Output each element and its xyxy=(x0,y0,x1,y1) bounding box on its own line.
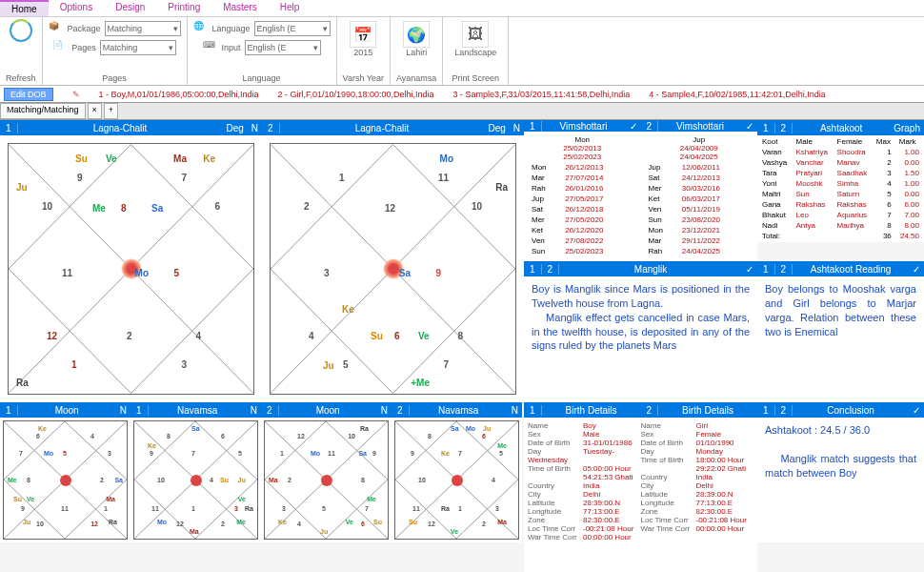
tab-matching[interactable]: Matching/Matching xyxy=(0,103,86,119)
ribbon-language-group: 🌐LanguageEnglish (E ⌨InputEnglish (E Lan… xyxy=(188,17,337,85)
ribbon-refresh-group: Refresh xyxy=(0,17,43,85)
package-select[interactable]: Matching xyxy=(105,21,181,36)
menu-help[interactable]: Help xyxy=(269,0,311,16)
record-1[interactable]: 1 - Boy,M,01/01/1986,05:00:00,Delhi,Indi… xyxy=(99,90,259,99)
year-group-label: Varsh Year xyxy=(343,73,384,83)
landscape-icon: 🖼 xyxy=(462,21,489,48)
mini-nav-1: 1NavamsaN Sa86 Ke975 SuJu104 Ve 1113Ra M… xyxy=(131,402,261,542)
chart-1-n[interactable]: N xyxy=(248,123,262,133)
chart-2-n[interactable]: N xyxy=(510,123,524,133)
pencil-icon[interactable]: ✎ xyxy=(72,90,80,99)
ashta-reading-text: Boy belongs to Mooshak varga and Girl be… xyxy=(757,276,924,402)
chart-2-deg[interactable]: Deg xyxy=(484,123,509,133)
input-label: Input xyxy=(222,43,241,52)
chart-2-container: 2 Lagna-Chalit Deg N Mo 1 11 Ra 12 2 xyxy=(262,120,524,402)
menu-home[interactable]: Home xyxy=(0,0,49,16)
vimshottari-1: Mon 25/02/2013 25/02/2023 Mon26/12/2013M… xyxy=(524,132,641,261)
print-group-label: Print Screen xyxy=(452,73,500,83)
mini-moon-2: 2MoonN Ra1210 1Mo11Sa9 Ma28 Me 357 Ke4Ju… xyxy=(261,402,392,542)
main-area: 1 Lagna-Chalit Deg N Su Ve 9 Ma Ke 7 xyxy=(0,120,924,572)
menu-bar: Home Options Design Printing Masters Hel… xyxy=(0,0,924,17)
ribbon-pages-group: 📦PackageMatching 📄PagesMatching Pages xyxy=(43,17,188,85)
menu-printing[interactable]: Printing xyxy=(156,0,211,16)
check-icon[interactable]: ✓ xyxy=(909,405,924,416)
mini-charts-row: 1MoonN Ke64 Mo573 Me82Sa SuVeMa 9111 Ju1… xyxy=(0,402,524,542)
refresh-label: Refresh xyxy=(6,73,36,83)
graph-button[interactable]: Graph xyxy=(890,123,924,133)
print-button[interactable]: 🖼Landscape xyxy=(449,19,502,59)
edit-dob-button[interactable]: Edit DOB xyxy=(4,88,53,101)
globe-icon: 🌍 xyxy=(403,21,430,48)
vimshottari-2: Jup 24/04/2009 24/04/2025 Jup12/06/2011S… xyxy=(641,132,758,261)
language-icon: 🌐 xyxy=(193,21,209,36)
record-4[interactable]: 4 - Sample4,F,10/02/1985,11:42:01,Delhi,… xyxy=(649,90,826,99)
calendar-icon: 📅 xyxy=(350,21,376,48)
ayan-group-label: Ayanamsa xyxy=(396,73,436,83)
chart-1-container: 1 Lagna-Chalit Deg N Su Ve 9 Ma Ke 7 xyxy=(0,120,262,402)
tab-close[interactable]: × xyxy=(88,103,102,119)
pages-select[interactable]: Matching xyxy=(100,40,176,55)
ribbon-print-group: 🖼Landscape Print Screen xyxy=(443,17,509,85)
check-icon[interactable]: ✓ xyxy=(626,121,641,132)
check-icon[interactable]: ✓ xyxy=(742,264,757,275)
chart-2: Mo 1 11 Ra 12 2 10 3 Sa 9 Ke 4 Su 6 xyxy=(262,135,524,402)
chart-1: Su Ve 9 Ma Ke 7 Ju Me 8 Sa 10 6 11 Mo xyxy=(0,135,262,402)
info-column: 1Vimshottari✓2Vimshottari✓ Mon 25/02/201… xyxy=(524,120,924,572)
pages-group-label: Pages xyxy=(102,73,127,83)
left-column: 1 Lagna-Chalit Deg N Su Ve 9 Ma Ke 7 xyxy=(0,120,524,572)
pages-label: Pages xyxy=(71,43,96,52)
language-group-label: Language xyxy=(243,73,281,83)
manglik-text: Boy is Manglik since Mars is positioned … xyxy=(524,276,757,402)
input-select[interactable]: English (E xyxy=(245,40,321,55)
ribbon-ayan-group: 🌍Lahiri Ayanamsa xyxy=(391,17,443,85)
check-icon[interactable]: ✓ xyxy=(909,264,924,275)
record-2[interactable]: 2 - Girl,F,01/10/1990,18:00:00,Delhi,Ind… xyxy=(277,90,433,99)
check-icon[interactable]: ✓ xyxy=(742,121,757,132)
pages-icon: 📄 xyxy=(52,40,68,55)
menu-design[interactable]: Design xyxy=(104,0,156,16)
ribbon-year-group: 📅2015 Varsh Year xyxy=(337,17,391,85)
ashtakoot-table: KootMaleFemaleMaxMarkVaranKshatriyaShood… xyxy=(757,135,924,242)
conclusion-text: Ashtakoot : 24.5 / 36.0 Manglik match su… xyxy=(757,418,924,542)
package-icon: 📦 xyxy=(49,21,64,36)
mini-moon-1: 1MoonN Ke64 Mo573 Me82Sa SuVeMa 9111 Ju1… xyxy=(0,402,131,542)
chart-2-num: 2 xyxy=(262,123,280,133)
ayan-button[interactable]: 🌍Lahiri xyxy=(397,19,435,59)
birth-details: NameBoySexMaleDate of Birth31-01/01/1986… xyxy=(524,418,757,572)
chart-1-num: 1 xyxy=(0,123,18,133)
records-bar: Edit DOB ✎ 1 - Boy,M,01/01/1986,05:00:00… xyxy=(0,86,924,103)
year-button[interactable]: 📅2015 xyxy=(344,19,382,59)
package-label: Package xyxy=(68,24,101,33)
menu-options[interactable]: Options xyxy=(49,0,104,16)
refresh-icon[interactable] xyxy=(10,19,32,42)
tab-add[interactable]: + xyxy=(104,103,118,119)
record-3[interactable]: 3 - Sample3,F,31/03/2015,11:41:58,Delhi,… xyxy=(453,90,631,99)
ribbon: Refresh 📦PackageMatching 📄PagesMatching … xyxy=(0,17,924,86)
chart-1-deg[interactable]: Deg xyxy=(222,123,247,133)
language-label: Language xyxy=(212,24,251,33)
chart-2-title: Lagna-Chalit xyxy=(280,123,485,133)
menu-masters[interactable]: Masters xyxy=(211,0,269,16)
language-select[interactable]: English (E xyxy=(254,21,331,36)
tab-bar: Matching/Matching × + xyxy=(0,103,924,120)
keyboard-icon: ⌨ xyxy=(203,40,218,55)
mini-nav-2: 2NavamsaN SaMoJu 86 Me 9Ke75 104 11Ra13 … xyxy=(392,402,522,542)
chart-1-title: Lagna-Chalit xyxy=(18,123,223,133)
